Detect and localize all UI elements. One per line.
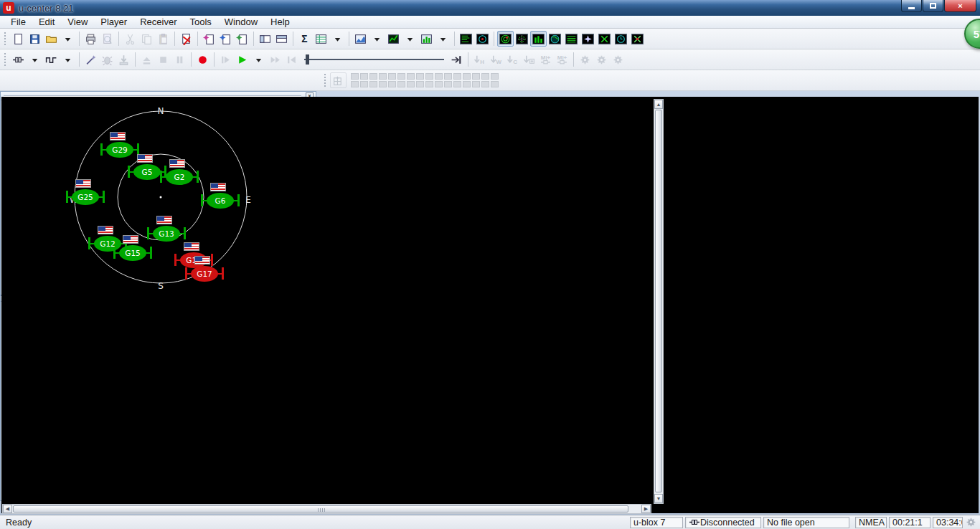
crossed-sparkle-view-toggle[interactable] xyxy=(629,31,646,47)
baudrate-button[interactable] xyxy=(43,52,60,67)
toolbar-grip[interactable] xyxy=(4,32,7,45)
satellite-body: G25 xyxy=(72,189,99,205)
mdi-vertical-scrollbar[interactable]: ▲ ▼ xyxy=(654,99,664,504)
packet-window-button[interactable] xyxy=(474,31,491,47)
message-grid-button[interactable] xyxy=(330,72,347,88)
scroll-left-arrow[interactable]: ◀ xyxy=(3,505,12,513)
playback-position-slider[interactable] xyxy=(304,52,444,67)
scroll-down-arrow[interactable]: ▼ xyxy=(654,494,663,503)
gear-button-2[interactable] xyxy=(593,52,610,67)
toolbar-grip[interactable] xyxy=(4,53,7,66)
statistic-view-button[interactable]: Σ xyxy=(296,31,313,47)
signal-chart-toggle[interactable] xyxy=(530,31,547,47)
world-map-toggle[interactable] xyxy=(547,31,563,47)
histogram-view-dropdown[interactable] xyxy=(435,31,451,47)
play-button[interactable] xyxy=(234,52,250,67)
skip-to-end-button[interactable] xyxy=(448,52,465,67)
cut-button[interactable] xyxy=(122,31,138,47)
toolbar-separator xyxy=(494,32,494,46)
menu-receiver[interactable]: Receiver xyxy=(133,16,183,29)
dock-compact-button[interactable]: C xyxy=(504,52,521,67)
mdi-area: Text Console – □ × 03:33:57$GNGGA,033357… xyxy=(0,91,980,515)
menu-file[interactable]: File xyxy=(4,16,32,29)
play-dropdown[interactable] xyxy=(250,52,267,67)
map-view-button[interactable] xyxy=(352,31,369,47)
crossed-view-toggle[interactable] xyxy=(596,31,613,47)
gear-button-3[interactable] xyxy=(610,52,626,67)
eject-button[interactable] xyxy=(138,52,155,67)
solar-panel-icon xyxy=(185,267,187,280)
scroll-thumb[interactable] xyxy=(655,110,662,492)
chart-view-button[interactable] xyxy=(385,31,402,47)
table-view-button[interactable] xyxy=(313,31,329,47)
solar-panel-icon xyxy=(174,254,176,266)
status-gear-icon[interactable] xyxy=(965,517,977,528)
window-close-button[interactable]: × xyxy=(944,0,976,12)
copy-button[interactable] xyxy=(138,31,155,47)
firmware-download-button[interactable] xyxy=(116,52,132,67)
fast-forward-button[interactable] xyxy=(267,52,283,67)
new-text-console-button[interactable] xyxy=(234,31,250,47)
dock-left-button[interactable] xyxy=(257,31,273,47)
merge-views-button[interactable]: M|+ xyxy=(554,52,570,67)
autobauding-button[interactable] xyxy=(83,52,99,67)
histogram-view-button[interactable] xyxy=(418,31,435,47)
scroll-right-arrow[interactable]: ▶ xyxy=(641,505,651,513)
merge-messages-button[interactable]: M|+ xyxy=(537,52,554,67)
window-minimize-button[interactable] xyxy=(901,0,922,12)
gear-button-1[interactable] xyxy=(577,52,593,67)
app-logo-icon: u xyxy=(3,2,14,14)
dock-top-button[interactable] xyxy=(273,31,290,47)
message-led-cell xyxy=(463,73,471,80)
chart-view-dropdown[interactable] xyxy=(402,31,418,47)
table-view-dropdown[interactable] xyxy=(329,31,346,47)
stop-button[interactable] xyxy=(155,52,171,67)
message-led-cell xyxy=(472,73,480,80)
window-maximize-button[interactable] xyxy=(923,0,943,12)
skip-to-start-button[interactable] xyxy=(283,52,300,67)
clock-view-toggle[interactable] xyxy=(613,31,629,47)
record-button[interactable] xyxy=(194,52,211,67)
dock-width-button[interactable]: W xyxy=(488,52,504,67)
step-button[interactable] xyxy=(217,52,234,67)
toolbar-separator xyxy=(118,32,119,46)
map-view-dropdown[interactable] xyxy=(369,31,385,47)
pause-button[interactable] xyxy=(171,52,188,67)
message-led-cell xyxy=(388,81,396,87)
title-bar: u u-center 8.21 × xyxy=(0,0,980,16)
message-table-toggle[interactable] xyxy=(563,31,580,47)
scroll-thumb[interactable] xyxy=(13,505,628,513)
toolbar-grip[interactable] xyxy=(324,74,327,87)
menu-help[interactable]: Help xyxy=(264,16,296,29)
open-file-dropdown[interactable] xyxy=(60,31,76,47)
paste-button[interactable] xyxy=(155,31,171,47)
menu-tools[interactable]: Tools xyxy=(183,16,217,29)
menu-window[interactable]: Window xyxy=(218,16,264,29)
menu-edit[interactable]: Edit xyxy=(32,16,61,29)
console-window-button[interactable] xyxy=(458,31,474,47)
menu-view[interactable]: View xyxy=(61,16,94,29)
connect-button[interactable] xyxy=(10,52,27,67)
sky-view-toggle[interactable] xyxy=(497,31,514,47)
connect-dropdown[interactable] xyxy=(27,52,43,67)
new-binary-console-button[interactable] xyxy=(217,31,234,47)
save-file-button[interactable] xyxy=(27,31,43,47)
mdi-horizontal-scrollbar[interactable]: ◀ ▶ xyxy=(2,504,651,514)
satellite-body: G15 xyxy=(119,245,146,261)
new-file-button[interactable] xyxy=(10,31,27,47)
clear-messages-button[interactable] xyxy=(178,31,194,47)
scroll-up-arrow[interactable]: ▲ xyxy=(654,100,663,109)
print-preview-button[interactable] xyxy=(99,31,116,47)
debug-button[interactable] xyxy=(99,52,116,67)
sparkle-view-toggle[interactable] xyxy=(580,31,596,47)
dock-height-button[interactable]: H xyxy=(471,52,488,67)
menu-player[interactable]: Player xyxy=(94,16,133,29)
slider-thumb[interactable] xyxy=(306,54,309,65)
open-file-button[interactable] xyxy=(43,31,60,47)
new-packet-console-button[interactable] xyxy=(201,31,217,47)
print-button[interactable] xyxy=(83,31,99,47)
deviation-map-toggle[interactable] xyxy=(514,31,530,47)
solar-panel-icon xyxy=(150,247,152,259)
dock-expand-button[interactable] xyxy=(521,52,537,67)
baudrate-dropdown[interactable] xyxy=(60,52,76,67)
